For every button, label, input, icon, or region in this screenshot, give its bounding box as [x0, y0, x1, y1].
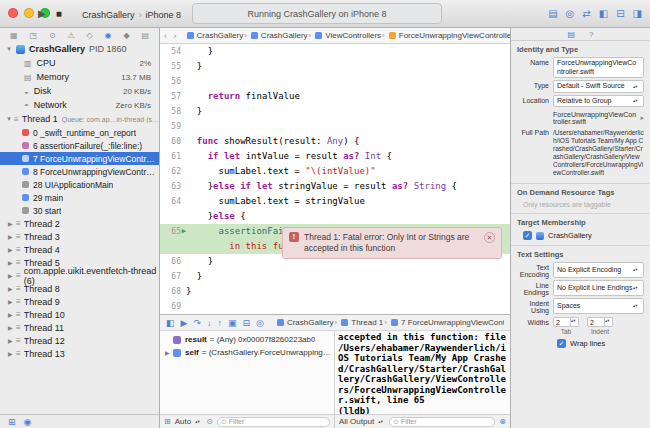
close-window-button[interactable]: [8, 8, 18, 18]
toggle-inspector-icon[interactable]: ◨: [633, 8, 642, 19]
project-navigator-icon[interactable]: ▦: [10, 31, 18, 40]
debug-navigator-icon[interactable]: ◉: [105, 31, 112, 40]
process-row[interactable]: ▼ CrashGallery PID 1860: [0, 42, 159, 56]
variables-scope-select[interactable]: Auto: [175, 417, 191, 426]
target-checkbox[interactable]: ✓: [523, 231, 532, 240]
close-annotation-icon[interactable]: ✕: [484, 232, 495, 243]
disclosure-triangle-icon[interactable]: ▶: [8, 350, 16, 357]
thread-row[interactable]: ▶≡Thread 11: [0, 321, 159, 334]
wrap-lines-checkbox[interactable]: ✓: [557, 339, 566, 348]
line-endings-dropdown[interactable]: No Explicit Line Endings ▴▾: [553, 280, 644, 296]
variable-row[interactable]: result= (Any) 0x00007f8260223ab0: [160, 333, 334, 346]
code-line[interactable]: 63 }else if let stringValue = result as?…: [160, 179, 510, 194]
stepper-arrows-icon[interactable]: ▴▾: [605, 317, 613, 327]
disclosure-triangle-icon[interactable]: ▶: [8, 311, 16, 318]
code-line[interactable]: 62 sumLabel.text = "\(intValue)": [160, 164, 510, 179]
gauge-row-disk[interactable]: ◒Disk20 KB/s: [0, 84, 159, 98]
run-button[interactable]: ▶: [38, 8, 46, 19]
gauge-row-memory[interactable]: ▤Memory13.7 MB: [0, 70, 159, 84]
stack-frame-row[interactable]: 30 start: [0, 204, 159, 217]
search-navigator-icon[interactable]: ⊙: [49, 31, 56, 40]
jump-bar-item[interactable]: ViewControllers: [312, 31, 381, 40]
code-line[interactable]: 55 }: [160, 59, 510, 74]
indent-width-stepper[interactable]: 2 ▴▾: [587, 317, 613, 327]
disclosure-triangle-icon[interactable]: ▶: [8, 337, 16, 344]
source-control-navigator-icon[interactable]: ◳: [29, 31, 37, 40]
disclosure-triangle-icon[interactable]: ▶: [8, 259, 16, 266]
disclosure-triangle-icon[interactable]: ▶: [8, 298, 16, 305]
jump-bar-item[interactable]: CrashGallery: [248, 31, 308, 40]
memory-debugger-icon[interactable]: ⊟: [243, 318, 251, 328]
tests-navigator-icon[interactable]: ◇: [87, 31, 93, 40]
stack-frame-row[interactable]: 0 _swift_runtime_on_report: [0, 126, 159, 139]
hide-debug-area-icon[interactable]: ◧: [166, 318, 175, 328]
stop-button[interactable]: ■: [56, 8, 62, 19]
code-line[interactable]: 60 func showResult(result: Any) {: [160, 134, 510, 149]
code-line[interactable]: 54 }: [160, 44, 510, 59]
disclosure-triangle-icon[interactable]: ▶: [8, 272, 16, 279]
console-scope-select[interactable]: All Output: [339, 417, 374, 426]
file-inspector-tab-icon[interactable]: ▤: [567, 30, 575, 39]
console-output[interactable]: accepted in this function: file /Users/e…: [335, 331, 510, 414]
thread-1-row[interactable]: ▼ ≡ Thread 1 Queue: com.ap…in-thread (se…: [0, 112, 159, 126]
step-out-icon[interactable]: ↑: [217, 318, 222, 328]
encoding-dropdown[interactable]: No Explicit Encoding ▴▾: [553, 262, 644, 278]
scheme-selector[interactable]: CrashGallery › iPhone 8: [82, 10, 181, 20]
code-line[interactable]: 59: [160, 119, 510, 134]
reports-navigator-icon[interactable]: ▤: [141, 31, 149, 40]
continue-icon[interactable]: ▶: [181, 318, 188, 328]
quick-help-tab-icon[interactable]: ?: [589, 30, 593, 39]
tab-width-stepper[interactable]: 2 ▴▾: [553, 317, 579, 327]
jump-bar-item[interactable]: ForceUnwrappingViewController.swift: [386, 31, 510, 40]
code-line[interactable]: }else {: [160, 209, 510, 224]
thread-row[interactable]: ▶≡Thread 12: [0, 334, 159, 347]
disclosure-triangle-icon[interactable]: ▶: [8, 233, 16, 240]
reveal-arrow-icon[interactable]: ▸: [640, 114, 644, 122]
stack-frame-row[interactable]: 7 ForceUnwrappingViewController.showR…: [0, 152, 159, 165]
clear-console-icon[interactable]: ⊗: [499, 417, 506, 426]
debug-breadcrumb-item[interactable]: 7 ForceUnwrappingViewController.showResu…: [401, 318, 504, 327]
assistant-editor-icon[interactable]: ◎: [566, 8, 575, 19]
disclosure-triangle-icon[interactable]: ▶: [8, 285, 16, 292]
toggle-navigator-icon[interactable]: ◧: [599, 8, 608, 19]
stepper-arrows-icon[interactable]: ▴▾: [571, 317, 579, 327]
variables-filter-input[interactable]: ⊙ Filter: [217, 417, 330, 427]
stack-frame-row[interactable]: 29 main: [0, 191, 159, 204]
code-line[interactable]: 58 }: [160, 104, 510, 119]
indent-using-dropdown[interactable]: Spaces ▴▾: [553, 298, 644, 314]
gauge-row-network[interactable]: ◓NetworkZero KB/s: [0, 98, 159, 112]
disclosure-triangle-icon[interactable]: ▼: [6, 46, 14, 52]
thread-row[interactable]: ▶≡Thread 10: [0, 308, 159, 321]
stack-filter-icon[interactable]: ◉: [24, 417, 32, 427]
disclosure-triangle-icon[interactable]: ▼: [6, 116, 14, 122]
code-line[interactable]: 61 if let intValue = result as? Int {: [160, 149, 510, 164]
debug-breadcrumb-item[interactable]: CrashGallery: [287, 318, 334, 327]
code-line[interactable]: 67 }: [160, 269, 510, 284]
history-back-forward-icons[interactable]: ‹ ›: [164, 31, 179, 41]
disclosure-triangle-icon[interactable]: ▶: [8, 246, 16, 253]
jump-bar-item[interactable]: CrashGallery: [184, 31, 244, 40]
name-field[interactable]: ForceUnwrappingViewController.swift: [553, 57, 644, 78]
thread-row[interactable]: ▶≡Thread 4: [0, 243, 159, 256]
code-line[interactable]: 64 sumLabel.text = stringValue: [160, 194, 510, 209]
variable-row[interactable]: ▶self= (CrashGallery.ForceUnwrappingView…: [160, 346, 334, 359]
disclosure-triangle-icon[interactable]: ▶: [165, 349, 173, 356]
code-line[interactable]: 69: [160, 299, 510, 314]
stack-frame-row[interactable]: 8 ForceUnwrappingViewController.calcula…: [0, 165, 159, 178]
toggle-debug-area-icon[interactable]: ⊟: [616, 8, 624, 19]
thread-row[interactable]: ▶≡com.apple.uikit.eventfetch-thread (6): [0, 269, 159, 282]
breakpoints-navigator-icon[interactable]: ◆: [123, 31, 129, 40]
location-dropdown[interactable]: Relative to Group ▴▾: [553, 95, 644, 108]
location-icon[interactable]: ◎: [256, 318, 264, 328]
minimize-window-button[interactable]: [24, 8, 34, 18]
type-dropdown[interactable]: Default - Swift Source ▴▾: [553, 80, 644, 93]
debug-breadcrumb-item[interactable]: Thread 1: [351, 318, 383, 327]
thread-row[interactable]: ▶≡Thread 9: [0, 295, 159, 308]
thread-row[interactable]: ▶≡Thread 13: [0, 347, 159, 360]
debug-breadcrumb[interactable]: CrashGallery›Thread 1›7 ForceUnwrappingV…: [274, 318, 504, 327]
code-line[interactable]: 68}: [160, 284, 510, 299]
disclosure-triangle-icon[interactable]: ▶: [8, 324, 16, 331]
view-debugger-icon[interactable]: ▣: [228, 318, 237, 328]
code-line[interactable]: 57 return finalValue: [160, 89, 510, 104]
flag-filter-icon[interactable]: ⊙: [206, 417, 213, 426]
